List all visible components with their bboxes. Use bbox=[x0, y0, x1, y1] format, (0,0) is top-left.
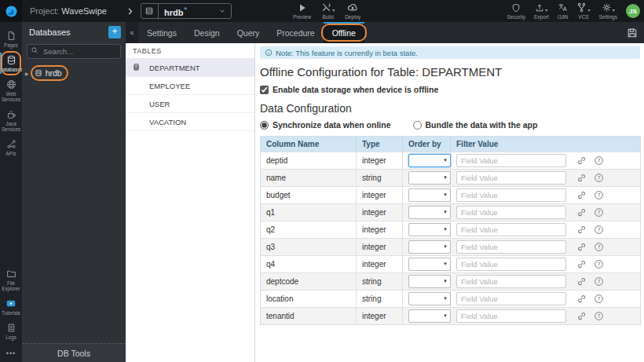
table-item-employee[interactable]: EMPLOYEE bbox=[126, 77, 254, 95]
db-item-hrdb[interactable]: ▶hrdb bbox=[22, 65, 126, 81]
radio-1[interactable] bbox=[413, 121, 422, 130]
column-name-cell: deptid bbox=[261, 152, 357, 169]
save-icon[interactable] bbox=[627, 22, 644, 43]
filter-value-input[interactable] bbox=[456, 258, 566, 271]
filter-value-input[interactable] bbox=[456, 240, 566, 254]
link-icon[interactable] bbox=[576, 242, 587, 252]
filter-value-input[interactable] bbox=[456, 206, 566, 219]
order-by-select[interactable] bbox=[408, 258, 451, 271]
sidebar-item-databases[interactable]: Databases bbox=[0, 51, 22, 75]
help-icon[interactable]: ? bbox=[594, 173, 604, 183]
help-icon[interactable]: ? bbox=[594, 190, 604, 200]
help-icon[interactable]: ? bbox=[594, 155, 604, 166]
search-input[interactable] bbox=[27, 44, 121, 59]
help-icon[interactable]: ? bbox=[594, 259, 604, 269]
database-selector[interactable]: hrdb* bbox=[141, 3, 232, 19]
filter-value-input[interactable] bbox=[456, 154, 566, 167]
help-icon[interactable]: ? bbox=[594, 225, 604, 235]
help-icon[interactable]: ? bbox=[594, 207, 604, 218]
sidebar-item-web-services[interactable]: Web Services bbox=[0, 75, 22, 105]
globe-icon bbox=[6, 79, 16, 90]
link-icon[interactable] bbox=[576, 155, 587, 166]
link-icon[interactable] bbox=[576, 173, 587, 183]
tab-query[interactable]: Query bbox=[229, 22, 269, 43]
sidebar-item-pages[interactable]: Pages bbox=[0, 27, 22, 51]
filter-value-cell: ? bbox=[451, 290, 640, 307]
db-tools-button[interactable]: DB Tools bbox=[22, 343, 126, 362]
link-icon[interactable] bbox=[576, 225, 587, 235]
help-icon[interactable]: ? bbox=[594, 276, 604, 287]
order-by-select[interactable] bbox=[408, 188, 451, 202]
link-icon[interactable] bbox=[576, 311, 587, 321]
enable-offline-label: Enable data storage when device is offli… bbox=[273, 85, 438, 94]
type-cell: string bbox=[357, 169, 403, 186]
translate-icon bbox=[558, 2, 568, 13]
sidebar-item-file-explorer[interactable]: File Explorer bbox=[0, 265, 22, 294]
filter-value-input[interactable] bbox=[456, 275, 566, 288]
filter-value-cell: ? bbox=[451, 186, 640, 203]
svg-text:?: ? bbox=[598, 192, 601, 199]
sidebar-item-tutorials[interactable]: Tutorials bbox=[0, 294, 22, 319]
sidebar-item-java-services[interactable]: Java Services bbox=[0, 105, 22, 135]
collapse-panel-button[interactable]: « bbox=[126, 22, 138, 43]
user-avatar[interactable]: JS bbox=[626, 4, 640, 18]
tab-procedure[interactable]: Procedure bbox=[268, 22, 323, 43]
link-icon[interactable] bbox=[576, 294, 587, 304]
help-icon[interactable]: ? bbox=[594, 311, 604, 321]
type-cell: integer bbox=[357, 238, 403, 255]
type-cell: integer bbox=[357, 186, 403, 203]
order-by-select[interactable] bbox=[408, 309, 451, 323]
filter-value-input[interactable] bbox=[456, 309, 566, 323]
link-icon[interactable] bbox=[576, 190, 587, 200]
help-icon[interactable]: ? bbox=[594, 242, 604, 252]
i18n-button[interactable]: I18N bbox=[558, 2, 569, 20]
tab-settings[interactable]: Settings bbox=[138, 22, 185, 43]
filter-value-input[interactable] bbox=[456, 188, 566, 202]
filter-value-input[interactable] bbox=[456, 223, 566, 236]
modified-mark: * bbox=[184, 5, 187, 13]
add-database-button[interactable]: + bbox=[108, 26, 121, 38]
more-button[interactable]: ••• bbox=[6, 343, 16, 362]
link-icon[interactable] bbox=[576, 207, 587, 218]
order-by-select[interactable] bbox=[408, 154, 451, 167]
app-logo[interactable] bbox=[0, 0, 22, 22]
enable-offline-checkbox[interactable] bbox=[260, 86, 269, 94]
order-by-select[interactable] bbox=[408, 171, 451, 185]
table-item-vacation[interactable]: VACATION bbox=[126, 113, 254, 131]
tables-panel: TABLES DEPARTMENTEMPLOYEEUSERVACATION bbox=[126, 43, 255, 362]
table-item-user[interactable]: USER bbox=[126, 95, 254, 113]
order-by-select[interactable] bbox=[408, 275, 451, 288]
svg-text:?: ? bbox=[598, 175, 601, 181]
order-by-select[interactable] bbox=[408, 206, 451, 219]
tab-offline[interactable]: Offline bbox=[324, 22, 364, 43]
preview-button[interactable]: Preview bbox=[293, 0, 311, 22]
tables-panel-title: TABLES bbox=[126, 43, 254, 59]
radio-0[interactable] bbox=[260, 121, 269, 130]
column-name-cell: tenantid bbox=[261, 307, 357, 324]
build-button[interactable]: ▾Build bbox=[321, 0, 335, 22]
link-icon[interactable] bbox=[576, 259, 587, 269]
table-item-label: VACATION bbox=[149, 118, 186, 126]
order-by-select[interactable] bbox=[408, 223, 451, 236]
sidebar-item-logs[interactable]: Logs bbox=[0, 319, 22, 343]
security-button[interactable]: Security bbox=[507, 2, 525, 20]
order-by-select[interactable] bbox=[408, 240, 451, 254]
settings-button[interactable]: ▾Settings bbox=[599, 2, 618, 20]
export-button[interactable]: ▾Export bbox=[534, 2, 549, 20]
order-by-select[interactable] bbox=[408, 292, 451, 305]
table-item-department[interactable]: DEPARTMENT bbox=[126, 59, 254, 77]
deploy-button[interactable]: Deploy bbox=[345, 0, 360, 22]
tab-design[interactable]: Design bbox=[185, 22, 229, 43]
logs-icon bbox=[6, 323, 16, 333]
vcs-button[interactable]: ▾VCS bbox=[576, 2, 590, 20]
filter-value-input[interactable] bbox=[456, 171, 566, 185]
filter-value-input[interactable] bbox=[456, 292, 566, 305]
link-icon[interactable] bbox=[576, 276, 587, 287]
top-bar: Project:WaveSwipe hrdb* Preview▾BuildDep… bbox=[0, 0, 644, 22]
column-name-cell: q2 bbox=[261, 221, 357, 238]
action-label: VCS bbox=[578, 14, 588, 20]
sidebar-item-apis[interactable]: APIs bbox=[0, 135, 22, 159]
table-item-label: USER bbox=[149, 100, 170, 108]
order-by-cell: ▼ bbox=[403, 203, 451, 221]
help-icon[interactable]: ? bbox=[594, 294, 604, 304]
